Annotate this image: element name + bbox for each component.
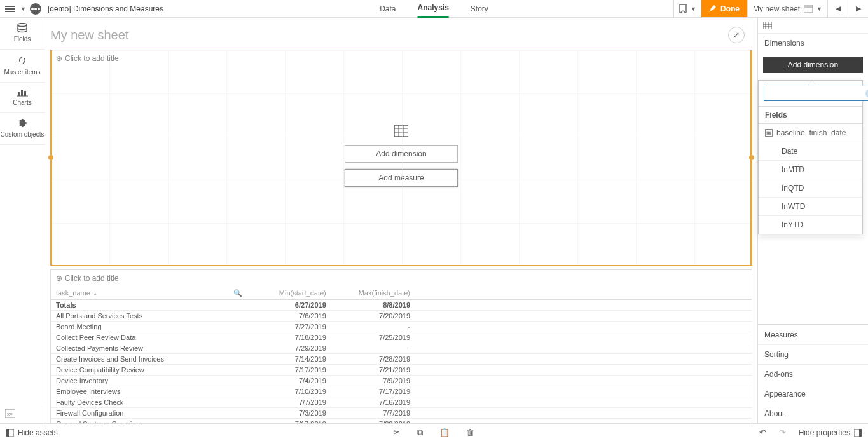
svg-rect-14 — [763, 22, 772, 29]
table-row[interactable]: Firewall Configuration7/3/20197/7/2019 — [51, 408, 752, 419]
sidebar-item-custom-objects[interactable]: Custom objects — [0, 113, 45, 145]
sheet-name: My new sheet — [753, 4, 800, 13]
menu-caret-icon[interactable]: ▼ — [20, 6, 26, 12]
chart-object[interactable]: ⊕ Click to add title Add dimension Add m… — [50, 50, 752, 266]
table-row[interactable]: Totals6/27/20198/8/2019 — [51, 300, 752, 311]
search-icon[interactable]: 🔍 — [233, 289, 242, 297]
table-object[interactable]: ⊕ Click to add title task_name▲ 🔍 Min(st… — [50, 269, 752, 423]
svg-rect-3 — [18, 92, 20, 96]
svg-rect-5 — [24, 91, 26, 96]
col-task-name[interactable]: task_name▲ 🔍 — [51, 287, 247, 300]
right-panel: Dimensions Add dimension ○ fx Fields ▦ b… — [757, 18, 868, 423]
svg-point-2 — [18, 24, 27, 27]
left-panel: Fields Master items Charts Custom object… — [0, 18, 45, 423]
delete-button[interactable]: 🗑 — [466, 428, 474, 438]
tab-data[interactable]: Data — [380, 0, 396, 18]
done-button[interactable]: Done — [701, 0, 747, 17]
table-row[interactable]: Create Invoices and Send Invoices7/14/20… — [51, 354, 752, 365]
field-search-input[interactable] — [764, 86, 868, 101]
table-title-hint[interactable]: ⊕ Click to add title — [51, 270, 752, 287]
cut-button[interactable]: ✂ — [394, 428, 401, 438]
tab-analysis[interactable]: Analysis — [417, 0, 448, 18]
table-row[interactable]: All Ports and Services Tests7/6/20197/20… — [51, 311, 752, 322]
about-section[interactable]: About — [758, 404, 868, 423]
bookmark-button[interactable]: ▼ — [673, 0, 701, 17]
pencil-icon — [709, 5, 717, 13]
data-table: task_name▲ 🔍 Min(start_date) Max(finish_… — [51, 287, 752, 423]
bookmark-icon — [679, 4, 687, 13]
app-icon — [30, 3, 41, 15]
tab-story[interactable]: Story — [471, 0, 488, 18]
dimensions-section[interactable]: Dimensions — [758, 34, 868, 53]
svg-rect-20 — [6, 429, 9, 437]
sheet-caret-icon: ▼ — [816, 6, 822, 12]
addons-section[interactable]: Add-ons — [758, 364, 868, 384]
variables-button[interactable]: x= — [0, 404, 45, 423]
resize-handle-left[interactable] — [48, 155, 53, 160]
svg-rect-0 — [804, 5, 813, 13]
svg-rect-4 — [21, 90, 23, 96]
sheet-selector[interactable]: My new sheet ▼ — [747, 0, 827, 17]
menu-icon[interactable] — [4, 3, 17, 15]
variable-icon: x= — [5, 409, 15, 418]
table-row[interactable]: Collect Peer Review Data7/18/20197/25/20… — [51, 332, 752, 343]
redo-button[interactable]: ↷ — [779, 428, 786, 437]
chart-icon — [17, 88, 28, 97]
bookmark-caret-icon: ▼ — [691, 6, 696, 12]
measures-section[interactable]: Measures — [758, 325, 868, 344]
field-item-parent[interactable]: ▦ baseline_finish_date — [759, 124, 862, 142]
hide-assets-button[interactable]: Hide assets — [0, 428, 64, 437]
sheet-title[interactable]: My new sheet — [50, 28, 128, 43]
link-icon — [17, 55, 28, 66]
field-popover: ○ fx Fields ▦ baseline_finish_date DateI… — [758, 80, 863, 234]
plus-icon: ⊕ — [56, 274, 62, 283]
expand-button[interactable]: ⤢ — [728, 27, 745, 43]
copy-button[interactable]: ⧉ — [417, 428, 423, 438]
table-row[interactable]: Device Compatibility Review7/17/20197/21… — [51, 365, 752, 376]
resize-handle-right[interactable] — [749, 155, 754, 160]
sidebar-item-fields[interactable]: Fields — [0, 18, 45, 50]
svg-text:x=: x= — [7, 411, 13, 417]
plus-icon: ⊕ — [56, 54, 62, 63]
sorting-section[interactable]: Sorting — [758, 344, 868, 364]
appearance-section[interactable]: Appearance — [758, 384, 868, 404]
chart-title-hint[interactable]: ⊕ Click to add title — [56, 54, 119, 63]
done-label: Done — [720, 4, 740, 13]
field-item-child[interactable]: InMTD — [759, 161, 862, 179]
hide-properties-button[interactable]: Hide properties — [799, 428, 862, 437]
top-tabs: Data Analysis Story — [380, 0, 488, 18]
topbar: ▼ [demo] Dimensions and Measures Data An… — [0, 0, 868, 18]
field-item-child[interactable]: InYTD — [759, 216, 862, 234]
col-max-finish[interactable]: Max(finish_date) — [331, 287, 415, 300]
next-sheet-button[interactable]: ▶ — [848, 0, 868, 17]
sheet-icon — [804, 5, 813, 13]
app-title: [demo] Dimensions and Measures — [48, 4, 163, 13]
col-min-start[interactable]: Min(start_date) — [247, 287, 331, 300]
paste-button[interactable]: 📋 — [439, 428, 450, 438]
field-item-child[interactable]: Date — [759, 142, 862, 161]
sidebar-item-master-items[interactable]: Master items — [0, 50, 45, 83]
collapse-icon — [6, 429, 14, 437]
add-dimension-panel-button[interactable]: Add dimension — [763, 57, 863, 73]
puzzle-icon — [17, 118, 27, 128]
field-item-child[interactable]: InWTD — [759, 198, 862, 216]
table-row[interactable]: Device Inventory7/4/20197/9/2019 — [51, 376, 752, 386]
bottombar: Hide assets ✂ ⧉ 📋 🗑 ↶ ↷ Hide properties — [0, 423, 868, 441]
field-item-child[interactable]: InQTD — [759, 179, 862, 198]
canvas: My new sheet ⤢ ⊕ Click to add title Add … — [45, 18, 757, 423]
table-row[interactable]: Employee Interviews7/10/20197/17/2019 — [51, 386, 752, 397]
calendar-icon: ▦ — [765, 129, 773, 137]
table-row[interactable]: Collected Payments Review7/29/2019- — [51, 343, 752, 354]
prev-sheet-button[interactable]: ◀ — [827, 0, 848, 17]
table-icon — [763, 22, 772, 29]
table-row[interactable]: General Systems Overview7/17/20197/20/20… — [51, 419, 752, 424]
database-icon — [17, 23, 28, 33]
undo-button[interactable]: ↶ — [759, 428, 766, 437]
table-row[interactable]: Board Meeting7/27/2019- — [51, 322, 752, 332]
table-view-toggle[interactable] — [758, 18, 868, 34]
svg-rect-22 — [859, 429, 862, 437]
collapse-right-icon — [854, 429, 862, 437]
table-row[interactable]: Faulty Devices Check7/7/20197/16/2019 — [51, 397, 752, 408]
sidebar-item-charts[interactable]: Charts — [0, 83, 45, 113]
fields-header: Fields — [759, 106, 862, 124]
